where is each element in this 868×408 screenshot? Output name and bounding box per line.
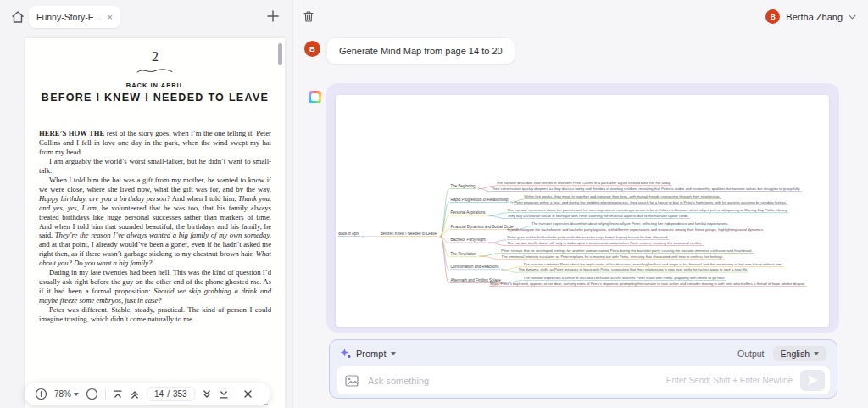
mm-branch-label: The Beginning: [450, 183, 476, 188]
message-avatar: B: [304, 41, 320, 57]
mm-leaf: The emotional intensity escalates as Pet…: [501, 254, 725, 259]
page-number-input[interactable]: 14 / 353: [147, 387, 195, 401]
mm-leaf: The narrator briefly dozes off, only to …: [507, 240, 704, 245]
mm-root: Back in April: [338, 231, 361, 236]
home-icon[interactable]: [10, 9, 25, 25]
chevron-down-icon: [849, 14, 856, 20]
zoom-in-icon[interactable]: [35, 388, 47, 400]
mm-center: Before I Knew I Needed to Leave: [380, 231, 437, 236]
user-menu[interactable]: B Bertha Zhang: [765, 9, 856, 24]
go-to-top-icon[interactable]: [113, 389, 123, 400]
assistant-logo-icon: [309, 91, 321, 103]
sparkle-icon: [340, 348, 351, 359]
mm-leaf: Friends navigate the bachelorette and ba…: [507, 226, 765, 232]
mm-leaf: Miles, Petra’s boyfriend, appears at her…: [490, 281, 807, 286]
attach-image-icon[interactable]: [345, 375, 359, 387]
previous-pages-icon[interactable]: [130, 389, 140, 400]
user-name: Bertha Zhang: [786, 12, 843, 22]
mm-leaf: The narrator confronts Peter about the i…: [523, 261, 783, 266]
pdf-page: 2 BACK IN APRIL BEFORE I KNEW I NEEDED T…: [25, 38, 285, 408]
zoom-level-value: 78%: [54, 389, 71, 399]
mm-leaf: The narrator expresses discomfort about …: [531, 221, 730, 226]
mm-leaf: Peter proposes within a year, and during…: [514, 199, 787, 204]
mm-branch-label: Bachelor Party Night: [450, 238, 487, 243]
mm-leaf: The narrator reminisces about her parent…: [507, 208, 788, 213]
chat-input[interactable]: [366, 375, 659, 387]
paper-plane-icon: [807, 375, 819, 386]
chapter-ornament: [136, 67, 175, 75]
pdf-paragraph: HERE’S HOW THE rest of the story goes, w…: [39, 129, 271, 157]
user-message-bubble: Generate Mind Map from page 14 to 20: [326, 37, 515, 64]
chat-header: B Bertha Zhang: [294, 0, 868, 34]
page-separator: /: [167, 389, 170, 399]
app-window: Funny-Story-E... × 2 BACK IN APRIL BEFOR…: [0, 0, 868, 408]
prompt-dropdown-label[interactable]: Prompt: [356, 349, 386, 359]
pdf-body: HERE’S HOW THE rest of the story goes, w…: [39, 129, 271, 324]
pdf-panel: Funny-Story-E... × 2 BACK IN APRIL BEFOR…: [0, 0, 293, 408]
mm-leaf: Within five weeks, they move in together…: [524, 194, 721, 199]
mm-leaf: Peter goes out for his bachelor party wh…: [507, 235, 670, 240]
trash-icon[interactable]: [302, 9, 317, 25]
page-total: 353: [173, 389, 187, 399]
toolbar-divider: [236, 389, 236, 400]
send-shortcut-hint: Enter Send; Shift + Enter Newline: [666, 376, 793, 385]
mm-branch-label: Rapid Progression of Relationship: [450, 197, 509, 202]
chevron-down-icon[interactable]: [391, 352, 396, 355]
prompt-row: Prompt Output English: [330, 340, 837, 366]
user-avatar: B: [765, 9, 780, 24]
pdf-paragraph: I am arguably the world’s worst small-ta…: [39, 157, 271, 176]
go-to-bottom-icon[interactable]: [219, 389, 229, 400]
chapter-title: BEFORE I KNEW I NEEDED TO LEAVE: [25, 92, 285, 103]
output-language-dropdown[interactable]: English: [773, 346, 826, 361]
chapter-kicker: BACK IN APRIL: [25, 81, 285, 89]
document-tab[interactable]: Funny-Story-E... ×: [29, 6, 120, 28]
chat-input-container: Prompt Output English Enter Send; Shift …: [329, 339, 837, 399]
mm-leaf: The dynamic shifts as Peter prepares to …: [518, 267, 748, 272]
pdf-scrollbar[interactable]: [278, 43, 282, 65]
chevron-down-icon: [814, 352, 819, 355]
mm-leaf: They buy a Victorian house in Michigan w…: [507, 213, 690, 218]
mm-leaf: Their conversation quickly deepens as th…: [491, 187, 801, 192]
add-tab-icon[interactable]: [265, 8, 281, 24]
tab-bar: Funny-Story-E... ×: [0, 0, 292, 34]
mm-leaf: Peter reveals that he developed feelings…: [501, 248, 754, 253]
tab-title: Funny-Story-E...: [36, 12, 101, 22]
mm-branch-label: The Revelation: [450, 251, 477, 256]
output-language-value: English: [781, 349, 810, 359]
zoom-level-dropdown[interactable]: 78%: [54, 389, 79, 399]
pdf-toolbar: 78% 14 / 353: [25, 383, 270, 405]
chapter-number: 2: [25, 49, 285, 64]
close-toolbar-icon[interactable]: [243, 389, 253, 399]
pdf-paragraph: Dating in my late twenties had been hell…: [39, 268, 271, 305]
zoom-out-icon[interactable]: [86, 388, 98, 400]
toolbar-divider: [105, 389, 106, 400]
pdf-paragraph: When I told him the hat was a gift from …: [39, 176, 271, 269]
mm-leaf: The narrator expresses a sense of loss a…: [523, 275, 726, 280]
mindmap-response-card: Back in AprilBefore I Knew I Needed to L…: [326, 83, 839, 333]
next-pages-icon[interactable]: [202, 389, 212, 400]
mm-leaf: The narrator describes how she fell in l…: [496, 181, 672, 186]
mm-branch-label: Personal Aspirations: [450, 210, 487, 215]
mm-branch-label: Financial Dynamics and Social Circle: [450, 224, 515, 229]
pdf-paragraph: Peter was different. Stable, steady, pra…: [39, 305, 271, 324]
chevron-down-icon: [74, 393, 79, 396]
mindmap-canvas: Back in AprilBefore I Knew I Needed to L…: [336, 95, 829, 327]
send-button[interactable]: [800, 370, 825, 391]
page-current: 14: [154, 389, 164, 399]
output-label: Output: [737, 349, 765, 359]
mm-branch-label: Confrontation and Reactions: [450, 265, 500, 270]
message-input-row: Enter Send; Shift + Enter Newline: [337, 366, 830, 394]
tab-close-icon[interactable]: ×: [107, 13, 112, 22]
mindmap-image[interactable]: Back in AprilBefore I Knew I Needed to L…: [336, 95, 829, 327]
